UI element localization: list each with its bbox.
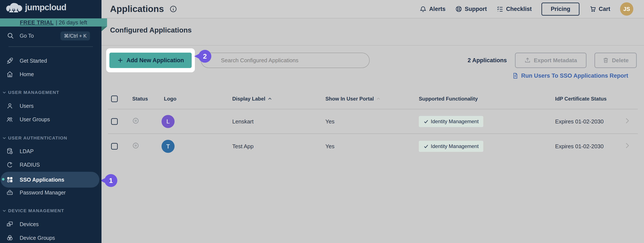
sort-idle-icon[interactable] — [376, 96, 381, 101]
free-trial-label: FREE TRIAL — [20, 19, 54, 26]
sidebar-item-label: Password Manager — [20, 189, 66, 196]
plus-icon — [117, 57, 124, 64]
col-supported-functionality[interactable]: Supported Functionality — [419, 96, 478, 102]
sidebar-item-label: Get Started — [20, 58, 47, 64]
alerts-button[interactable]: Alerts — [420, 6, 446, 13]
cart-button[interactable]: Cart — [589, 6, 610, 13]
support-button[interactable]: Support — [455, 6, 487, 13]
sort-asc-icon[interactable] — [268, 96, 272, 101]
show-in-portal-cell: Yes — [326, 118, 334, 125]
checklist-icon — [496, 6, 504, 13]
sidebar-item-sso-applications[interactable]: SSO Applications — [0, 173, 102, 186]
search-input[interactable] — [201, 53, 370, 68]
sidebar-item-label: User Groups — [20, 116, 50, 123]
checklist-label: Checklist — [506, 6, 532, 13]
applications-count: 2 Applications — [462, 53, 507, 68]
devices-icon — [6, 221, 13, 227]
search-icon — [7, 32, 14, 39]
sso-grid-icon — [6, 176, 13, 183]
display-label-cell[interactable]: Test App — [232, 143, 254, 150]
tutorial-step-2-badge: 2 — [198, 50, 211, 63]
sidebar-item-radius[interactable]: RADIUS — [0, 158, 102, 171]
col-idp-certificate-status[interactable]: IdP Certificate Status — [555, 96, 606, 102]
export-metadata-button[interactable]: Export Metadata — [515, 53, 586, 68]
sidebar-section-label: USER AUTHENTICATION — [8, 135, 67, 141]
col-show-in-user-portal[interactable]: Show In User Portal — [326, 96, 381, 102]
status-paused-icon — [132, 142, 139, 149]
free-trial-banner[interactable]: FREE TRIAL | 26 days left — [0, 19, 107, 27]
delete-button[interactable]: Delete — [594, 53, 637, 68]
home-icon — [6, 71, 13, 78]
banner-fold — [102, 27, 107, 31]
row-checkbox[interactable] — [111, 118, 118, 125]
sidebar-divider — [8, 46, 93, 47]
sidebar-item-device-groups[interactable]: Device Groups — [0, 231, 102, 243]
goto-shortcut-hint: ⌘/Ctrl + K — [60, 32, 90, 41]
goto-search[interactable]: Go To ⌘/Ctrl + K — [0, 32, 102, 41]
trial-days-left: | 26 days left — [56, 19, 87, 26]
info-icon[interactable] — [170, 5, 177, 13]
checklist-button[interactable]: Checklist — [496, 6, 532, 13]
show-in-portal-cell: Yes — [326, 143, 334, 150]
sidebar-item-devices[interactable]: Devices — [0, 218, 102, 230]
section-subtitle: Configured Applications — [110, 26, 192, 34]
functionality-badge: Identity Management — [419, 116, 483, 127]
col-logo[interactable]: Logo — [164, 96, 176, 102]
row-checkbox[interactable] — [111, 143, 118, 150]
app-logo: T — [162, 140, 174, 153]
chevron-down-icon — [2, 136, 6, 140]
jumpcloud-logo[interactable]: jumpcloud — [5, 2, 66, 13]
rocket-icon — [6, 57, 13, 64]
sidebar-item-label: RADIUS — [20, 162, 40, 168]
password-manager-icon — [6, 189, 13, 196]
chevron-right-icon[interactable] — [624, 141, 630, 150]
sidebar-section-device-management[interactable]: DEVICE MANAGEMENT — [0, 206, 102, 215]
select-all-checkbox-cell — [111, 96, 118, 102]
ldap-database-icon — [6, 148, 13, 155]
pricing-button[interactable]: Pricing — [542, 3, 580, 16]
sidebar-item-ldap[interactable]: LDAP — [0, 145, 102, 158]
sidebar-section-label: DEVICE MANAGEMENT — [8, 208, 64, 213]
chevron-down-icon — [2, 208, 6, 213]
sidebar-item-home[interactable]: Home — [0, 68, 102, 81]
add-new-application-label: Add New Application — [126, 57, 184, 64]
run-sso-report-label: Run Users To SSO Applications Report — [521, 73, 628, 79]
sidebar-item-label: LDAP — [20, 148, 34, 154]
sidebar-item-label: Device Groups — [20, 235, 55, 241]
sidebar-item-user-groups[interactable]: User Groups — [0, 113, 102, 126]
add-new-application-button[interactable]: Add New Application — [110, 53, 192, 68]
cart-label: Cart — [599, 6, 610, 13]
select-all-checkbox[interactable] — [111, 96, 118, 102]
life-ring-icon — [455, 6, 462, 13]
upload-icon — [524, 57, 531, 64]
top-bar: Applications Alerts Support — [102, 0, 644, 19]
col-display-label[interactable]: Display Label — [232, 96, 272, 102]
tutorial-step-1-badge: 1 — [104, 174, 117, 187]
page-title: Applications — [110, 4, 164, 14]
sidebar-item-password-manager[interactable]: Password Manager — [0, 186, 102, 199]
trash-icon — [602, 57, 609, 64]
jumpcloud-cloud-icon — [5, 2, 22, 13]
sidebar-item-label: SSO Applications — [20, 177, 64, 183]
top-nav: Alerts Support Checklist Pricing — [420, 2, 644, 16]
user-group-icon — [6, 116, 13, 123]
sidebar: jumpcloud FREE TRIAL | 26 days left Go T… — [0, 0, 102, 243]
export-metadata-label: Export Metadata — [534, 57, 577, 64]
sidebar-item-label: Users — [20, 103, 34, 109]
sidebar-section-user-management[interactable]: USER MANAGEMENT — [0, 88, 102, 97]
idp-status-cell: Expires 01-02-2030 — [555, 118, 604, 125]
radius-icon — [6, 161, 13, 168]
section-divider — [102, 45, 644, 46]
user-avatar[interactable]: JS — [620, 2, 633, 16]
sidebar-section-user-authentication[interactable]: USER AUTHENTICATION — [0, 134, 102, 142]
bell-icon — [420, 6, 426, 13]
run-sso-report-link[interactable]: Run Users To SSO Applications Report — [507, 71, 628, 80]
sidebar-item-users[interactable]: Users — [0, 99, 102, 112]
sidebar-item-get-started[interactable]: Get Started — [0, 54, 102, 67]
app-root: jumpcloud FREE TRIAL | 26 days left Go T… — [0, 0, 644, 243]
app-logo: L — [162, 115, 174, 128]
cart-icon — [589, 6, 596, 13]
display-label-cell[interactable]: Lenskart — [232, 118, 254, 125]
chevron-right-icon[interactable] — [624, 116, 630, 125]
col-status[interactable]: Status — [132, 96, 148, 102]
